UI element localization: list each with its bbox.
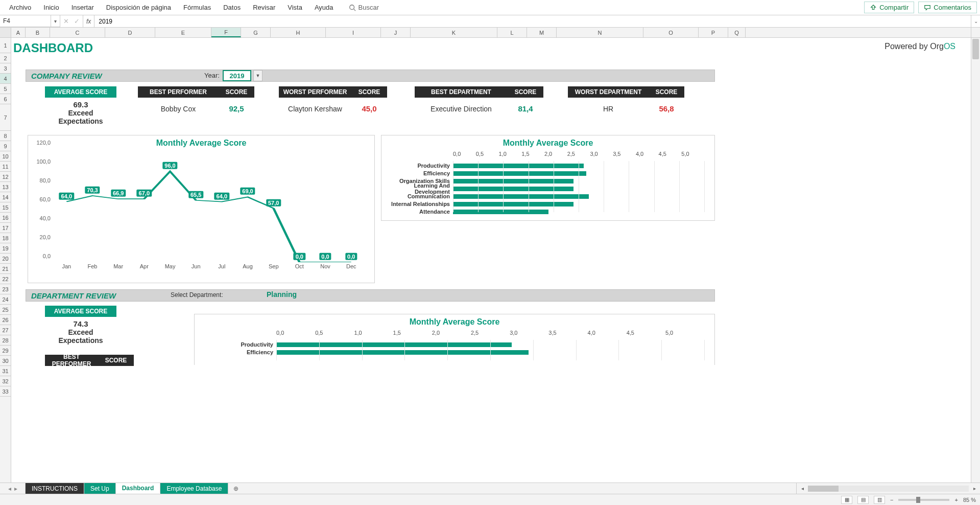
add-sheet-button[interactable]: ⊕ xyxy=(228,483,244,494)
bar-category-label: Productivity xyxy=(197,341,273,348)
row-header-12[interactable]: 12 xyxy=(0,172,11,182)
row-header-4[interactable]: 4 xyxy=(0,74,11,84)
horizontal-scrollbar[interactable]: ◂ ▸ xyxy=(796,483,980,494)
year-value[interactable]: 2019 xyxy=(223,70,251,81)
zoom-slider[interactable] xyxy=(898,499,949,501)
col-header-N[interactable]: N xyxy=(557,28,643,37)
row-header-20[interactable]: 20 xyxy=(0,254,11,264)
accept-icon[interactable]: ✓ xyxy=(74,17,80,25)
col-header-M[interactable]: M xyxy=(527,28,557,37)
row-header-26[interactable]: 26 xyxy=(0,315,11,325)
data-label: 0,0 xyxy=(294,253,305,260)
sheet-tab-dashboard[interactable]: Dashboard xyxy=(116,483,161,494)
row-header-11[interactable]: 11 xyxy=(0,162,11,172)
row-header-8[interactable]: 8 xyxy=(0,131,11,141)
zoom-level[interactable]: 85 % xyxy=(963,497,976,503)
year-dropdown[interactable]: ▼ xyxy=(253,70,262,81)
search[interactable]: Buscar xyxy=(349,4,379,11)
row-header-32[interactable]: 32 xyxy=(0,376,11,386)
vertical-scrollbar[interactable] xyxy=(971,38,980,483)
cancel-icon[interactable]: ✕ xyxy=(63,17,69,25)
company-review-header: COMPANY REVIEW xyxy=(26,70,715,82)
share-button[interactable]: Compartir xyxy=(864,2,914,13)
menu-inicio[interactable]: Inicio xyxy=(37,2,65,13)
comments-button[interactable]: Comentarios xyxy=(918,2,977,13)
worksheet[interactable]: DASHBOARD Powered by OrgOS COMPANY REVIE… xyxy=(11,38,971,483)
view-normal-button[interactable]: ▦ xyxy=(841,496,852,504)
row-header-30[interactable]: 30 xyxy=(0,356,11,366)
menu-datos[interactable]: Datos xyxy=(217,2,247,13)
sheet-tab-set-up[interactable]: Set Up xyxy=(84,483,116,494)
col-header-P[interactable]: P xyxy=(699,28,728,37)
bar-category-label: Productivity xyxy=(383,163,450,169)
name-box[interactable]: F4 xyxy=(0,15,51,27)
col-header-B[interactable]: B xyxy=(26,28,50,37)
selected-dept[interactable]: Planning xyxy=(267,290,297,299)
col-header-F[interactable]: F xyxy=(211,28,241,37)
col-header-L[interactable]: L xyxy=(497,28,527,37)
menu-insertar[interactable]: Insertar xyxy=(65,2,100,13)
bar-category-label: Internal Relationships xyxy=(383,201,450,207)
menu-vista[interactable]: Vista xyxy=(281,2,308,13)
dept-avg-score-card: 74.3 Exceed Expectations xyxy=(42,317,119,346)
col-header-K[interactable]: K xyxy=(411,28,497,37)
row-header-7[interactable]: 7 xyxy=(0,104,11,131)
row-header-29[interactable]: 29 xyxy=(0,346,11,356)
col-header-J[interactable]: J xyxy=(381,28,411,37)
col-header-Q[interactable]: Q xyxy=(728,28,746,37)
col-header-G[interactable]: G xyxy=(241,28,271,37)
row-header-6[interactable]: 6 xyxy=(0,94,11,104)
col-header-E[interactable]: E xyxy=(155,28,211,37)
name-box-dropdown[interactable]: ▾ xyxy=(51,15,60,27)
view-page-break-button[interactable]: ▥ xyxy=(874,496,885,504)
row-header-31[interactable]: 31 xyxy=(0,366,11,376)
search-label: Buscar xyxy=(358,4,379,11)
row-header-33[interactable]: 33 xyxy=(0,386,11,397)
col-header-D[interactable]: D xyxy=(105,28,155,37)
row-header-13[interactable]: 13 xyxy=(0,182,11,192)
row-header-3[interactable]: 3 xyxy=(0,63,11,74)
col-header-A[interactable]: A xyxy=(11,28,26,37)
row-header-21[interactable]: 21 xyxy=(0,264,11,274)
row-header-17[interactable]: 17 xyxy=(0,223,11,233)
bar-category-label: Attendance xyxy=(383,209,450,215)
row-header-16[interactable]: 16 xyxy=(0,213,11,223)
row-header-15[interactable]: 15 xyxy=(0,202,11,213)
row-header-27[interactable]: 27 xyxy=(0,325,11,335)
col-header-O[interactable]: O xyxy=(643,28,699,37)
svg-point-0 xyxy=(349,5,354,9)
row-header-23[interactable]: 23 xyxy=(0,284,11,294)
col-header-I[interactable]: I xyxy=(326,28,381,37)
row-header-1[interactable]: 1 xyxy=(0,38,11,53)
formula-expand[interactable]: ⌄ xyxy=(971,15,980,27)
view-page-layout-button[interactable]: ▤ xyxy=(857,496,869,504)
menu-fórmulas[interactable]: Fórmulas xyxy=(177,2,217,13)
formula-input[interactable] xyxy=(94,15,971,27)
menu-ayuda[interactable]: Ayuda xyxy=(308,2,340,13)
sheet-tab-employee-database[interactable]: Employee Database xyxy=(160,483,228,494)
col-header-H[interactable]: H xyxy=(271,28,326,37)
sheet-tab-instructions[interactable]: INSTRUCTIONS xyxy=(26,483,84,494)
row-header-22[interactable]: 22 xyxy=(0,274,11,284)
row-header-2[interactable]: 2 xyxy=(0,53,11,63)
zoom-out-button[interactable]: − xyxy=(890,497,893,503)
data-label: 0,0 xyxy=(319,253,331,260)
select-all-corner[interactable] xyxy=(0,28,11,37)
tab-nav[interactable]: ◂▸ xyxy=(0,483,26,494)
row-header-10[interactable]: 10 xyxy=(0,151,11,162)
row-header-25[interactable]: 25 xyxy=(0,305,11,315)
menu-archivo[interactable]: Archivo xyxy=(3,2,37,13)
row-header-28[interactable]: 28 xyxy=(0,335,11,346)
col-header-C[interactable]: C xyxy=(50,28,105,37)
row-header-19[interactable]: 19 xyxy=(0,243,11,254)
menu-disposición de página[interactable]: Disposición de página xyxy=(100,2,177,13)
row-header-18[interactable]: 18 xyxy=(0,233,11,243)
row-header-5[interactable]: 5 xyxy=(0,84,11,94)
bar-category-label: Efficiency xyxy=(197,349,273,355)
row-header-9[interactable]: 9 xyxy=(0,141,11,151)
dept-best-performer-header: BEST PERFORMERSCORE xyxy=(45,355,134,366)
menu-revisar[interactable]: Revisar xyxy=(247,2,281,13)
row-header-24[interactable]: 24 xyxy=(0,294,11,305)
row-header-14[interactable]: 14 xyxy=(0,192,11,202)
zoom-in-button[interactable]: + xyxy=(954,497,958,503)
